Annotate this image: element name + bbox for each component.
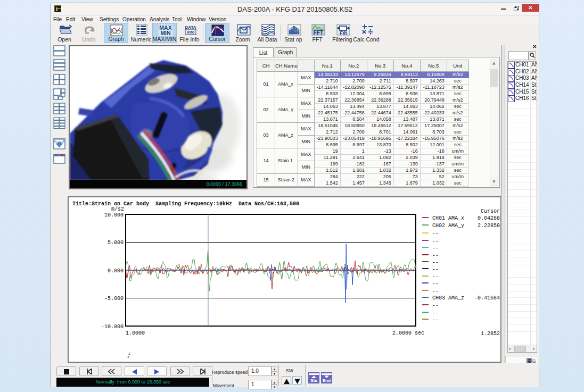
svg-text:-0.41684: -0.41684	[474, 295, 500, 301]
svg-text:--: --	[432, 281, 439, 287]
svg-text:2.0000 sec: 2.0000 sec	[392, 330, 424, 336]
svg-text:-10.000: -10.000	[101, 324, 124, 330]
svg-text:m/s2: m/s2	[111, 206, 124, 212]
svg-text:--: --	[432, 231, 439, 237]
svg-text:--: --	[432, 238, 439, 244]
svg-text:0.04268: 0.04268	[478, 215, 500, 221]
svg-text:1.0000: 1.0000	[126, 330, 145, 336]
svg-text:--: --	[432, 288, 439, 294]
svg-text:z: z	[128, 352, 130, 356]
svg-text:5.000: 5.000	[108, 240, 124, 246]
svg-text:--: --	[432, 303, 439, 308]
svg-text:--: --	[432, 245, 439, 251]
svg-text:--: --	[432, 253, 439, 258]
svg-text:10.000: 10.000	[104, 212, 124, 218]
svg-text:0.000: 0.000	[108, 268, 124, 274]
svg-text:End: End	[323, 378, 331, 383]
svg-text:--: --	[432, 310, 439, 316]
svg-text:info: info	[187, 30, 195, 35]
svg-text:CH01 AMA_x: CH01 AMA_x	[432, 215, 464, 221]
svg-text:-5.000: -5.000	[104, 296, 124, 302]
svg-text:--: --	[432, 274, 439, 280]
svg-text:--: --	[432, 260, 439, 265]
svg-text:Stats: Stats	[290, 30, 299, 35]
svg-text:Filt: Filt	[340, 30, 347, 36]
svg-text:FFT: FFT	[314, 30, 323, 36]
svg-text:Sta: Sta	[310, 378, 317, 383]
svg-text:Cursor: Cursor	[481, 208, 500, 214]
svg-text:Title:Strain on Car body Samp: Title:Strain on Car body Sampling Freque…	[72, 201, 299, 207]
svg-text:CH02 AMA_y: CH02 AMA_y	[432, 223, 464, 229]
svg-text:--: --	[432, 266, 439, 272]
svg-text:1.2852: 1.2852	[481, 331, 500, 337]
svg-text:CH03 AMA_z: CH03 AMA_z	[432, 295, 464, 301]
svg-text:2.22858: 2.22858	[478, 223, 500, 229]
svg-text:--: --	[432, 317, 439, 323]
